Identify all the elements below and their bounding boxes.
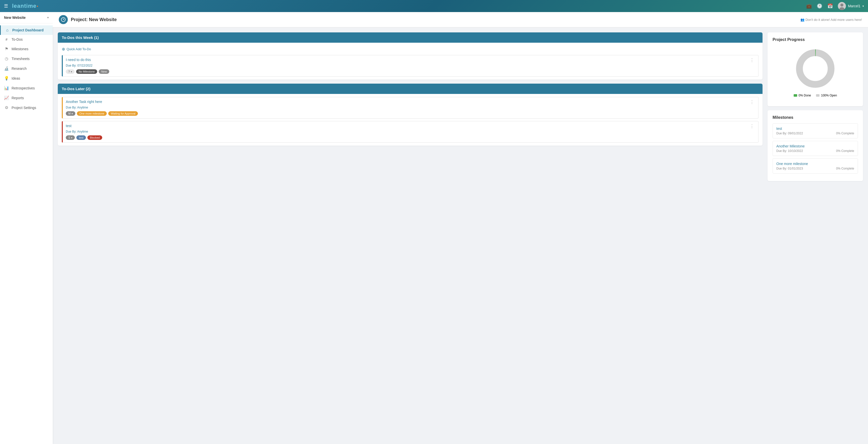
user-avatar — [838, 2, 846, 10]
legend-open-color — [816, 94, 819, 97]
todos-this-week-title: To-Dos this Week (1) — [62, 35, 99, 40]
hamburger-menu[interactable]: ☰ — [4, 3, 8, 9]
milestones-card: Milestones test Due By: 09/01/2022 0% Co… — [768, 110, 863, 181]
briefcase-icon[interactable]: 💼 — [806, 3, 812, 9]
donut-chart: 0% Done 100% Open — [773, 46, 858, 97]
add-users-link[interactable]: 👥 Don't do it alone! Add more users here… — [800, 18, 862, 22]
quick-add-label: Quick Add To-Do — [67, 47, 91, 51]
logo-text: leantime· — [12, 3, 39, 9]
milestone-due: Due By: 10/10/2022 — [776, 149, 803, 153]
sidebar-item-retrospectives[interactable]: 📊 Retrospectives — [0, 83, 53, 93]
milestone-tag[interactable]: test — [76, 135, 86, 140]
clock-icon[interactable]: 🕐 — [817, 3, 822, 9]
sidebar-item-project-dashboard[interactable]: ⌂ Project Dashboard — [0, 25, 53, 35]
user-name: Marcel1 — [848, 4, 861, 8]
milestone-due: Due By: 09/01/2022 — [776, 132, 803, 135]
logo-time: time — [24, 3, 36, 9]
donut-legend: 0% Done 100% Open — [794, 94, 837, 97]
top-nav-left: ☰ leantime· — [4, 3, 39, 9]
todo-more-button[interactable]: ⋮ — [749, 58, 755, 62]
todo-item-header: Another Task right here ⋮ — [66, 100, 755, 104]
todo-more-button[interactable]: ⋮ — [749, 100, 755, 104]
todo-item-title[interactable]: Another Task right here — [66, 100, 102, 104]
logo[interactable]: leantime· — [12, 3, 39, 9]
legend-open: 100% Open — [816, 94, 837, 97]
project-selector[interactable]: New Website ▾ — [0, 12, 53, 23]
project-icon — [59, 15, 68, 24]
sidebar-item-project-settings[interactable]: ⚙ Project Settings — [0, 103, 53, 113]
todos-later-title: To-Dos Later (2) — [62, 87, 90, 91]
milestone-complete: 0% Complete — [836, 167, 854, 170]
todo-due-date: Due By: Anytime — [66, 106, 755, 109]
todo-item-header: test ⋮ — [66, 124, 755, 128]
todos-later-card: To-Dos Later (2) Another Task right here… — [58, 84, 763, 146]
calendar-icon[interactable]: 📅 — [827, 3, 833, 9]
status-tag[interactable]: New — [99, 69, 109, 74]
todo-item: test ⋮ Due By: Anytime S ▾ test Blocked — [62, 121, 758, 142]
sidebar: New Website ▾ ⌂ Project Dashboard # To-D… — [0, 12, 53, 444]
milestone-name[interactable]: test — [776, 127, 854, 131]
milestone-meta: Due By: 10/10/2022 0% Complete — [776, 149, 854, 153]
project-dropdown-icon: ▾ — [47, 16, 49, 19]
sidebar-item-label: To-Dos — [11, 37, 23, 41]
todo-item-title[interactable]: I need to do this — [66, 58, 91, 62]
user-menu[interactable]: Marcel1 ▾ — [838, 2, 864, 10]
sidebar-item-label: Timesheets — [11, 57, 30, 61]
todo-due-date-value: Anytime — [77, 130, 88, 133]
milestone-name[interactable]: Another Milestone — [776, 144, 854, 148]
sidebar-item-todos[interactable]: # To-Dos — [0, 35, 53, 44]
milestone-complete: 0% Complete — [836, 132, 854, 135]
home-icon: ⌂ — [5, 28, 10, 32]
sidebar-item-research[interactable]: 🔬 Research — [0, 64, 53, 73]
sidebar-item-label: Research — [11, 67, 27, 70]
status-tag[interactable]: Waiting for Approval — [108, 111, 138, 116]
sidebar-item-milestones[interactable]: ⚑ Milestones — [0, 44, 53, 54]
legend-open-label: 100% Open — [821, 94, 837, 97]
todo-item-title[interactable]: test — [66, 124, 71, 128]
project-selector-name: New Website — [4, 15, 26, 20]
right-sidebar: Project Progress 0% Done — [768, 32, 863, 439]
todo-item-content: I need to do this ⋮ Due By: 07/22/2022 ?… — [63, 55, 758, 76]
todo-tags: ? ▾ No Milestone New — [66, 69, 755, 74]
priority-tag[interactable]: S ▾ — [66, 135, 75, 140]
status-tag[interactable]: Blocked — [87, 135, 102, 140]
content-area: Project: New Website 👥 Don't do it alone… — [53, 12, 868, 444]
legend-done-color — [794, 94, 797, 97]
reports-icon: 📈 — [4, 95, 9, 100]
milestone-tag[interactable]: No Milestone — [76, 69, 97, 74]
project-header: Project: New Website 👥 Don't do it alone… — [53, 12, 868, 27]
timesheets-icon: ◷ — [4, 56, 9, 61]
sidebar-item-ideas[interactable]: 💡 Ideas — [0, 73, 53, 83]
sidebar-item-reports[interactable]: 📈 Reports — [0, 93, 53, 103]
todo-more-button[interactable]: ⋮ — [749, 124, 755, 128]
priority-tag[interactable]: ? ▾ — [66, 69, 74, 74]
research-icon: 🔬 — [4, 66, 9, 71]
milestone-tag[interactable]: One more milestone — [77, 111, 107, 116]
todo-item-header: I need to do this ⋮ — [66, 58, 755, 62]
quick-add-plus-icon: ⊕ — [62, 47, 65, 52]
content-scroll: To-Dos this Week (1) ⊕ Quick Add To-Do I… — [53, 27, 868, 444]
sidebar-item-label: Retrospectives — [11, 86, 35, 90]
todos-this-week-body: ⊕ Quick Add To-Do I need to do this ⋮ — [58, 43, 763, 80]
add-users-text: 👥 Don't do it alone! Add more users here… — [800, 18, 862, 22]
svg-point-4 — [800, 53, 831, 84]
todo-tags: S ▾ test Blocked — [66, 135, 755, 140]
sidebar-item-timesheets[interactable]: ◷ Timesheets — [0, 54, 53, 64]
priority-tag[interactable]: M ▾ — [66, 111, 75, 116]
milestone-due: Due By: 01/01/2023 — [776, 167, 803, 170]
sidebar-item-label: Ideas — [11, 76, 20, 81]
todo-due-date: Due By: Anytime — [66, 130, 755, 133]
main-content: To-Dos this Week (1) ⊕ Quick Add To-Do I… — [58, 32, 763, 439]
todos-this-week-header: To-Dos this Week (1) — [58, 32, 763, 43]
sidebar-item-label: Reports — [11, 96, 24, 100]
logo-dot: · — [36, 2, 39, 10]
todo-item-content: test ⋮ Due By: Anytime S ▾ test Blocked — [63, 121, 758, 142]
sidebar-item-label: Project Dashboard — [12, 28, 43, 32]
legend-done-label: 0% Done — [799, 94, 811, 97]
progress-title: Project Progress — [773, 37, 858, 42]
milestone-name[interactable]: One more milestone — [776, 162, 854, 166]
project-title: Project: New Website — [71, 17, 117, 22]
quick-add-todo-button[interactable]: ⊕ Quick Add To-Do — [62, 46, 91, 53]
milestones-icon: ⚑ — [4, 46, 9, 51]
legend-done: 0% Done — [794, 94, 811, 97]
